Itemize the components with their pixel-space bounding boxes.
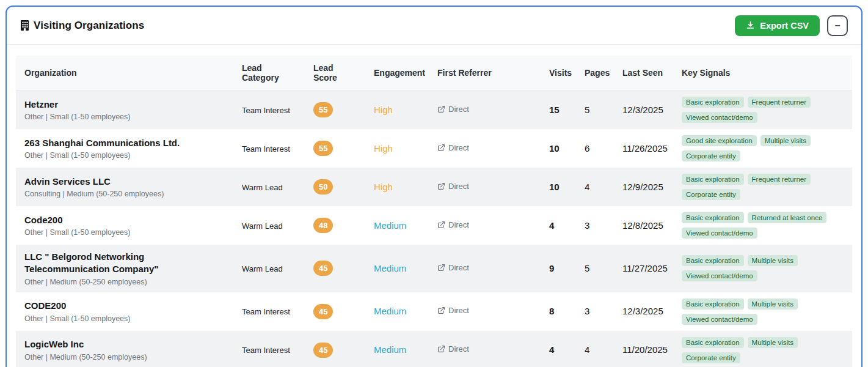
table-row: 263 Shanghai Communications Ltd. Other |… <box>16 129 852 168</box>
pages-count: 4 <box>585 182 589 192</box>
first-referrer-link[interactable]: Direct <box>437 306 469 315</box>
download-icon <box>746 21 755 30</box>
lead-score-badge: 45 <box>313 304 333 319</box>
first-referrer-label: Direct <box>448 306 469 315</box>
export-csv-label: Export CSV <box>760 21 809 31</box>
first-referrer-link[interactable]: Direct <box>437 105 469 114</box>
external-link-icon <box>437 144 445 152</box>
key-signals-cell: Basic explorationReturned at least onceV… <box>673 206 852 245</box>
external-link-icon <box>437 306 445 314</box>
visits-count: 10 <box>549 143 560 154</box>
organization-name: Hetzner <box>24 98 225 111</box>
column-header-visits: Visits <box>541 56 576 91</box>
lead-category: Team Interest <box>242 144 290 154</box>
visits-count: 15 <box>549 105 560 115</box>
visits-count: 4 <box>549 344 554 355</box>
pages-count: 4 <box>585 344 589 355</box>
collapse-button[interactable]: − <box>827 15 848 36</box>
table-header-row: Organization Lead Category Lead Score En… <box>16 56 852 91</box>
key-signal-badge: Corporate entity <box>682 352 740 363</box>
key-signal-badge: Frequent returner <box>748 97 811 108</box>
organization-name: LLC " Belgorod Networking Telecommunicat… <box>24 251 225 276</box>
organization-meta: Other | Medium (50-250 employees) <box>24 278 225 286</box>
visiting-organizations-card: Visiting Organizations Export CSV − <box>5 6 863 367</box>
key-signal-badge: Returned at least once <box>748 212 827 223</box>
key-signals-cell: Basic explorationMultiple visitsViewed c… <box>673 292 852 331</box>
key-signal-badge: Basic exploration <box>682 337 744 348</box>
organization-meta: Other | Medium (50-250 employees) <box>24 353 225 361</box>
first-referrer-label: Direct <box>448 105 469 114</box>
key-signal-badge: Viewed contact/demo <box>682 270 757 281</box>
key-signal-badge: Multiple visits <box>748 298 798 310</box>
organizations-table: Organization Lead Category Lead Score En… <box>16 56 852 367</box>
key-signals-cell: Basic explorationMultiple visitsCorporat… <box>673 331 852 367</box>
column-header-lead-score: Lead Score <box>305 56 365 91</box>
last-seen-date: 12/8/2025 <box>622 220 663 231</box>
visits-count: 9 <box>549 263 554 273</box>
key-signal-badge: Basic exploration <box>682 212 744 223</box>
organization-meta: Other | Small (1-50 employees) <box>24 314 225 323</box>
export-csv-button[interactable]: Export CSV <box>735 15 820 36</box>
last-seen-date: 11/27/2025 <box>622 263 668 273</box>
lead-score-badge: 45 <box>313 261 333 276</box>
page-title: Visiting Organizations <box>34 20 144 32</box>
key-signal-badge: Multiple visits <box>748 337 798 348</box>
engagement-level: Medium <box>374 220 406 231</box>
first-referrer-label: Direct <box>448 182 469 191</box>
engagement-level: High <box>374 105 393 115</box>
column-header-engagement: Engagement <box>365 56 429 91</box>
organization-meta: Other | Small (1-50 employees) <box>24 228 225 237</box>
first-referrer-link[interactable]: Direct <box>437 182 469 191</box>
first-referrer-link[interactable]: Direct <box>437 220 469 229</box>
table-row: Code200 Other | Small (1-50 employees) W… <box>16 206 852 245</box>
pages-count: 3 <box>585 306 589 316</box>
organization-name: LogicWeb Inc <box>24 338 225 350</box>
table-row: LogicWeb Inc Other | Medium (50-250 empl… <box>16 331 852 367</box>
external-link-icon <box>437 182 445 190</box>
engagement-level: Medium <box>374 263 406 273</box>
column-header-pages: Pages <box>576 56 614 91</box>
table-row: Hetzner Other | Small (1-50 employees) T… <box>16 91 852 130</box>
column-header-first-referrer: First Referrer <box>429 56 541 91</box>
first-referrer-link[interactable]: Direct <box>437 143 469 152</box>
lead-score-badge: 50 <box>313 179 333 195</box>
visits-count: 8 <box>549 306 554 316</box>
organizations-table-body: Hetzner Other | Small (1-50 employees) T… <box>16 91 852 367</box>
key-signal-badge: Viewed contact/demo <box>682 112 757 123</box>
pages-count: 5 <box>585 263 589 273</box>
external-link-icon <box>437 105 445 113</box>
column-header-organization: Organization <box>16 56 233 91</box>
key-signals-cell: Good site explorationMultiple visitsCorp… <box>673 129 852 168</box>
external-link-icon <box>437 345 445 353</box>
first-referrer-link[interactable]: Direct <box>437 263 469 272</box>
first-referrer-label: Direct <box>448 263 469 272</box>
visits-count: 4 <box>549 220 554 231</box>
key-signal-badge: Multiple visits <box>760 135 811 146</box>
first-referrer-label: Direct <box>448 143 469 152</box>
engagement-level: High <box>374 182 393 192</box>
key-signal-badge: Good site exploration <box>682 135 757 146</box>
key-signal-badge: Frequent returner <box>748 174 811 185</box>
key-signal-badge: Corporate entity <box>682 189 740 200</box>
last-seen-date: 11/26/2025 <box>622 143 668 154</box>
column-header-last-seen: Last Seen <box>614 56 673 91</box>
key-signal-badge: Basic exploration <box>682 298 744 310</box>
key-signal-badge: Viewed contact/demo <box>682 228 757 239</box>
table-row: Advin Services LLC Consulting | Medium (… <box>16 168 852 206</box>
lead-category: Warm Lead <box>242 264 283 273</box>
first-referrer-link[interactable]: Direct <box>437 344 469 354</box>
engagement-level: Medium <box>374 306 406 316</box>
key-signals-cell: Basic explorationFrequent returnerCorpor… <box>673 168 852 206</box>
key-signal-badge: Viewed contact/demo <box>682 314 757 325</box>
key-signal-badge: Basic exploration <box>682 174 744 185</box>
building-icon <box>20 20 29 31</box>
organization-name: Code200 <box>24 214 225 226</box>
key-signal-badge: Multiple visits <box>748 255 798 266</box>
lead-score-badge: 45 <box>313 343 333 358</box>
organization-name: Advin Services LLC <box>24 176 225 188</box>
minus-icon: − <box>834 20 840 31</box>
table-row: LLC " Belgorod Networking Telecommunicat… <box>16 245 852 292</box>
pages-count: 5 <box>585 105 589 115</box>
key-signal-badge: Basic exploration <box>682 97 744 108</box>
engagement-level: Medium <box>374 344 406 355</box>
